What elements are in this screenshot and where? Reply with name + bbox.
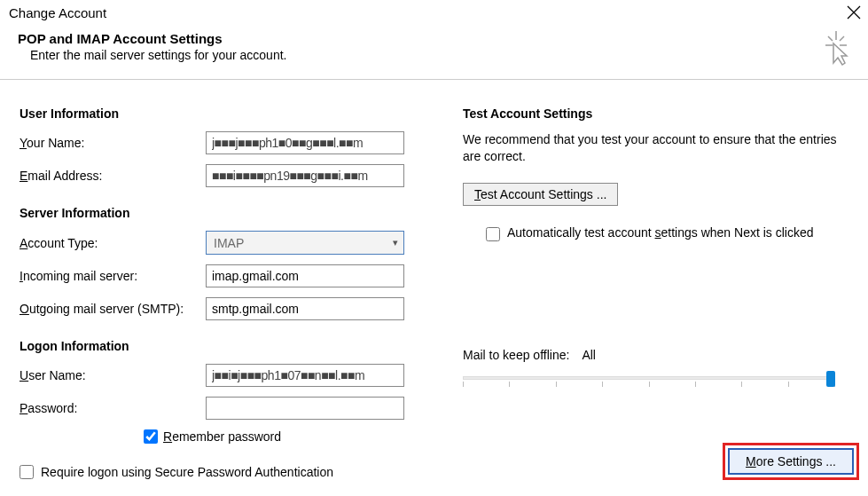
- more-settings-highlight: More Settings ...: [723, 443, 859, 480]
- slider-ticks: [463, 382, 835, 387]
- spa-label: Require logon using Secure Password Auth…: [41, 465, 333, 479]
- test-heading: Test Account Settings: [463, 106, 852, 121]
- account-type-label: Account Type:: [20, 236, 206, 250]
- email-field[interactable]: [206, 164, 404, 187]
- more-settings-button[interactable]: More Settings ...: [728, 448, 854, 475]
- page-subtitle: Enter the mail server settings for your …: [30, 48, 286, 62]
- mail-offline-label: Mail to keep offline:: [463, 348, 569, 362]
- password-label: Password:: [20, 401, 206, 415]
- mail-offline-value: All: [582, 348, 596, 362]
- test-account-button[interactable]: Test Account Settings ...: [463, 183, 618, 206]
- svg-line-5: [828, 36, 833, 41]
- svg-line-6: [840, 36, 844, 41]
- incoming-field[interactable]: [206, 264, 404, 287]
- slider-track: [463, 376, 835, 380]
- username-label: User Name:: [20, 368, 206, 382]
- auto-test-checkbox[interactable]: [486, 227, 500, 241]
- auto-test-label: Automatically test account settings when…: [507, 225, 814, 240]
- remember-password-checkbox[interactable]: [144, 429, 158, 444]
- chevron-down-icon: ▾: [393, 237, 398, 248]
- logon-heading: Logon Information: [20, 339, 410, 353]
- account-type-select: IMAP ▾: [206, 231, 404, 255]
- window-title: Change Account: [9, 5, 106, 20]
- page-title: POP and IMAP Account Settings: [18, 31, 286, 46]
- outgoing-label: Outgoing mail server (SMTP):: [20, 302, 206, 316]
- server-info-heading: Server Information: [20, 206, 410, 220]
- outgoing-field[interactable]: [206, 297, 404, 320]
- remember-password-label: Remember password: [163, 429, 281, 444]
- user-info-heading: User Information: [20, 106, 410, 121]
- close-icon[interactable]: [847, 5, 861, 20]
- spa-checkbox[interactable]: [20, 465, 34, 479]
- mail-offline-slider[interactable]: [463, 371, 835, 396]
- incoming-label: Incoming mail server:: [20, 269, 206, 283]
- your-name-label: Your Name:: [20, 136, 206, 150]
- slider-thumb[interactable]: [826, 371, 835, 387]
- your-name-field[interactable]: [206, 131, 404, 154]
- password-field[interactable]: [206, 397, 404, 420]
- email-label: Email Address:: [20, 169, 206, 183]
- account-type-value: IMAP: [214, 236, 244, 250]
- test-description: We recommend that you test your account …: [463, 131, 852, 165]
- username-field[interactable]: [206, 364, 404, 387]
- cursor-click-icon: [820, 31, 852, 67]
